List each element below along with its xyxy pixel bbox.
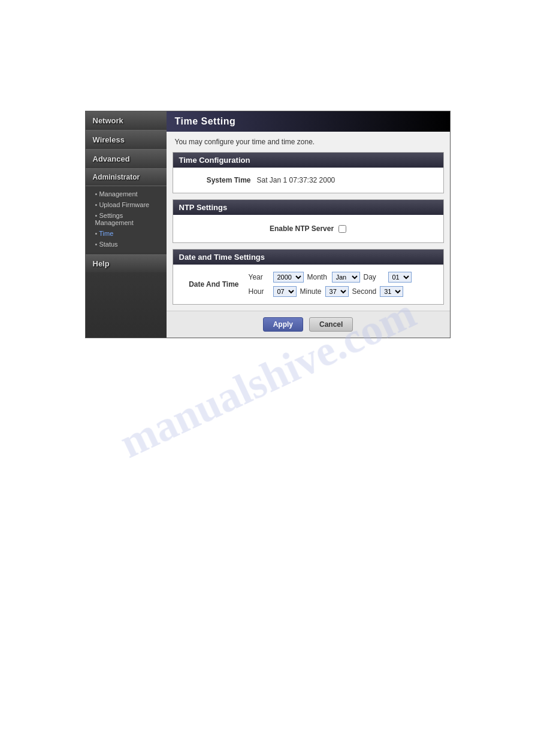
year-label: Year xyxy=(249,273,270,281)
content-area: Time Setting You may configure your time… xyxy=(167,111,450,338)
page-title: Time Setting xyxy=(167,111,450,132)
system-time-label: System Time xyxy=(179,176,251,184)
datetime-settings-section: Date and Time Settings Date And Time Yea… xyxy=(173,249,444,305)
sidebar-sub-status[interactable]: Status xyxy=(86,239,167,250)
day-label: Day xyxy=(364,273,385,281)
sidebar-sub-settings-management[interactable]: Settings Management xyxy=(86,210,167,228)
day-select[interactable]: 0102030405 0607080910 1112131415 1617181… xyxy=(388,272,412,283)
sidebar-item-network[interactable]: Network xyxy=(86,111,167,130)
datetime-settings-body: Date And Time Year 2000 2001 2002 2003 xyxy=(173,265,443,304)
ntp-settings-section: NTP Settings Enable NTP Server xyxy=(173,199,444,243)
sidebar-admin-submenu: Management Upload Firmware Settings Mana… xyxy=(86,186,167,252)
year-select[interactable]: 2000 2001 2002 2003 xyxy=(273,272,304,283)
ntp-settings-body: Enable NTP Server xyxy=(173,215,443,242)
second-label: Second xyxy=(352,287,377,296)
page-description: You may configure your time and time zon… xyxy=(167,132,450,152)
sidebar-help-label[interactable]: Help xyxy=(86,254,167,272)
second-select[interactable]: 0010203031 4050 xyxy=(380,286,403,297)
minute-label: Minute xyxy=(300,287,322,296)
sidebar-item-advanced[interactable]: Advanced xyxy=(86,150,167,169)
sidebar-sub-time[interactable]: Time xyxy=(86,228,167,239)
sidebar: Network Wireless Advanced Administrator … xyxy=(86,111,167,338)
sidebar-item-wireless[interactable]: Wireless xyxy=(86,130,167,150)
apply-button[interactable]: Apply xyxy=(263,317,303,332)
time-configuration-body: System Time Sat Jan 1 07:37:32 2000 xyxy=(173,168,443,193)
datetime-line-2: Hour 0001020304 0506070809 101112 Minute… xyxy=(249,286,412,297)
sidebar-sub-upload-firmware[interactable]: Upload Firmware xyxy=(86,199,167,210)
ntp-settings-header: NTP Settings xyxy=(173,200,443,215)
system-time-row: System Time Sat Jan 1 07:37:32 2000 xyxy=(173,172,443,188)
datetime-fields: Year 2000 2001 2002 2003 Month JanFebMar… xyxy=(249,272,412,297)
minute-select[interactable]: 0010203037 4050 xyxy=(325,286,349,297)
cancel-button[interactable]: Cancel xyxy=(309,317,353,332)
datetime-settings-header: Date and Time Settings xyxy=(173,250,443,265)
month-label: Month xyxy=(307,273,328,281)
hour-label: Hour xyxy=(249,287,270,296)
hour-select[interactable]: 0001020304 0506070809 101112 xyxy=(273,286,297,297)
ntp-enable-checkbox[interactable] xyxy=(338,225,346,233)
button-row: Apply Cancel xyxy=(167,311,450,338)
sidebar-administrator-label: Administrator xyxy=(86,169,167,186)
sidebar-sub-management[interactable]: Management xyxy=(86,189,167,199)
time-configuration-section: Time Configuration System Time Sat Jan 1… xyxy=(173,152,444,193)
datetime-line-1: Year 2000 2001 2002 2003 Month JanFebMar… xyxy=(249,272,412,283)
ntp-enable-row: Enable NTP Server xyxy=(173,220,443,238)
datetime-label: Date And Time xyxy=(179,280,239,289)
month-select[interactable]: JanFebMarApr MayJunJulAug SepOctNovDec xyxy=(332,272,360,283)
system-time-value: Sat Jan 1 07:37:32 2000 xyxy=(257,176,335,184)
ntp-enable-label: Enable NTP Server xyxy=(270,224,334,233)
time-configuration-header: Time Configuration xyxy=(173,153,443,168)
main-container: Network Wireless Advanced Administrator … xyxy=(85,111,451,338)
datetime-row: Date And Time Year 2000 2001 2002 2003 xyxy=(173,269,443,299)
